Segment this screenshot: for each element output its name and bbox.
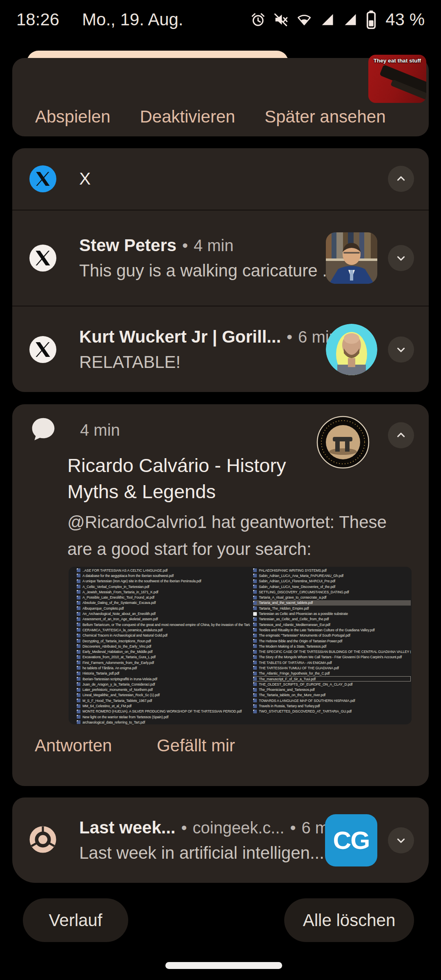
file-name: Sabin_Adrian_LUCA_Ana_Maria_PAPUREANU_Gh… (259, 574, 343, 578)
file-name: The enigmatic "Tartessian" Monuments of … (259, 633, 350, 637)
notification-body: RELATABLE! (79, 352, 318, 372)
file-row: Textiles and Rituality in the Late Tarte… (253, 627, 411, 633)
file-name: he tablets of Tărtăria. An enigma.pdf (82, 666, 137, 670)
file-row: The Modern Making of a State, Tartessos.… (253, 644, 411, 649)
file-row: Tartessian_as_Celtic_and_Celtic_from_the… (253, 617, 411, 622)
file-row: Lineal_Megalithic_and_Tartessian_Rock_Sc… (77, 693, 250, 698)
reply-button[interactable]: Antworten (35, 736, 112, 755)
chat-bubble-icon (29, 416, 57, 444)
file-name: A database for the aegyptiaca from the I… (82, 574, 174, 578)
file-name: Historia_Tartaria_pdf.pdf (82, 671, 119, 675)
watch-later-button[interactable]: Später ansehen (265, 107, 386, 127)
file-icon (253, 682, 257, 686)
file-row: A_Possible_Late_Eneolithic_Tool_Found_at… (77, 595, 250, 600)
home-indicator[interactable] (165, 962, 282, 969)
file-row: MONTE ROMERO (HUELVA). A SILVER PRODUCIN… (77, 709, 250, 714)
chevron-down-icon[interactable] (388, 827, 414, 853)
file-icon (253, 661, 257, 664)
file-icon (253, 596, 257, 599)
file-name: The_Phoenicians_and_Tartessos.pdf (259, 688, 315, 692)
file-icon (77, 688, 80, 692)
file-icon (253, 644, 257, 648)
notification-content: Last week... • coingeek.c... • 6 min Las… (79, 818, 317, 863)
notification-source: coingeek.c... (193, 819, 285, 837)
file-name: A_Celtic_Verbal_Complex_in_Tartessian.pd… (82, 585, 149, 589)
file-row: Excavations_from_2010_at_Tartaria_Gura_L… (77, 655, 250, 660)
avatar (326, 324, 377, 375)
notification-time: 4 min (80, 421, 120, 439)
avatar (326, 232, 377, 284)
file-icon (253, 585, 257, 588)
file-icon (253, 655, 257, 659)
file-row: Decrypting_of_Tartaria_inscriptions_Roun… (77, 638, 250, 644)
file-row: Later_prehistoric_monuments_of_Northern.… (77, 687, 250, 693)
play-button[interactable]: Abspielen (35, 107, 110, 127)
notification-chrome-coingeek[interactable]: Last week... • coingeek.c... • 6 min Las… (12, 797, 429, 883)
file-row: TWO_STATUETTES_DISCOVERED_AT_TARTARIA_GU… (253, 709, 411, 714)
notification-stew-peters[interactable]: Stew Peters • 4 min This guy is a walkin… (12, 211, 429, 305)
x-group-header[interactable]: X (12, 148, 429, 209)
file-name: The_Tartaria_tablets_on_the_Mure_river.p… (259, 693, 325, 697)
file-icon (253, 623, 257, 626)
file-icon (253, 677, 257, 681)
file-name: An_Archaeological_Note_about_an_Eneolith… (82, 612, 156, 616)
file-icon (253, 606, 257, 610)
x-app-icon (29, 336, 56, 363)
file-row: Sabin_Adrian_LUCA_Ana_Maria_PAPUREANU_Gh… (253, 573, 411, 578)
file-row: Tartessos_and_Atlantic_Mediterranean_Eur… (253, 622, 411, 627)
file-row: PALAEOHISPANIC WRITING SYSTEMS.pdf (253, 568, 411, 573)
file-name: Early_Medieval_Habitation_on_the_Middle.… (82, 650, 152, 654)
notification-title: Ricardo Calvário - History Myths & Legen… (67, 452, 329, 505)
file-row: M_S_F_Hood_The_Tartaria_Tablets_1967.pdf (77, 698, 250, 703)
file-name: A_Jewish_Messiah_From_Tartaria_in_1671_K… (82, 590, 158, 594)
video-thumbnail[interactable]: They eat that stuff (368, 55, 426, 103)
file-icon (77, 693, 80, 697)
file-row: A_Jewish_Messiah_From_Tartaria_in_1671_K… (77, 589, 250, 595)
file-row: THE TABLETS OF TARTÀRIA - AN ENIGMA.pdf (253, 660, 411, 665)
file-icon (77, 644, 80, 648)
file-row: Iberian-Tartessian scriptsgraffiti in Ir… (77, 676, 250, 682)
file-name: The Hebrew Bible and the Origin of Tarta… (259, 639, 342, 643)
notification-shade: 18:26 Mo., 19. Aug. 43 % (0, 0, 441, 980)
file-name: Tartaria_and_the_sacret_tablets.pdf (259, 601, 313, 605)
chevron-down-icon[interactable] (388, 336, 414, 363)
file-row: MM_64_Celestino_et_al_FM.pdf (77, 703, 250, 708)
media-notification-card[interactable]: They eat that stuff Abspielen Deaktivier… (12, 58, 429, 136)
file-row: A unique Tartessian (Iron Age) site in t… (77, 579, 250, 584)
file-row: he tablets of Tărtăria. An enigma.pdf (77, 665, 250, 670)
file-icon (253, 574, 257, 577)
file-icon (77, 710, 80, 713)
clear-all-button[interactable]: Alle löschen (284, 898, 414, 942)
file-name: ..ASE FOR TARTESSIAN AS A CELTIC LANGUAG… (82, 568, 167, 572)
file-name: The Story of the Mongols Whom We Call Ta… (259, 655, 402, 659)
notification-body: @RicardoCalvrio1 hat geantwortet: These … (67, 509, 394, 563)
like-button[interactable]: Gefällt mir (157, 736, 235, 755)
chevron-down-icon[interactable] (388, 245, 414, 271)
coingeek-logo: CG (325, 814, 377, 866)
chevron-up-icon[interactable] (388, 422, 414, 448)
file-name: Iberian-Tartessian scriptsgraffiti in Ir… (82, 677, 157, 681)
file-name: MM_64_Celestino_et_al_FM.pdf (82, 704, 131, 708)
file-name: THE TARTESSIAN TUMULI OF THE GUADIANA.pd… (259, 666, 339, 670)
chevron-up-icon[interactable] (388, 166, 414, 192)
deactivate-button[interactable]: Deaktivieren (140, 107, 235, 127)
file-name: New light on the warrior stelae from Tar… (82, 715, 168, 719)
file-icon (77, 606, 80, 610)
notification-ricardo-expanded[interactable]: 4 min Ricardo Calvário - History Myths &… (12, 404, 429, 786)
file-icon (253, 688, 257, 692)
attached-screenshot[interactable]: ..ASE FOR TARTESSIAN AS A CELTIC LANGUAG… (69, 567, 412, 724)
history-button[interactable]: Verlauf (23, 898, 128, 942)
status-bar: 18:26 Mo., 19. Aug. 43 % (0, 0, 441, 39)
notification-kurt-wuckert[interactable]: Kurt Wuckert Jr | Gorill... • 6 min RELA… (12, 307, 429, 392)
file-icon (77, 661, 80, 664)
file-name: First_Farmers_Adornments_from_the_Early.… (82, 661, 154, 665)
file-name: Juan_de_Aragon_y_la_Tartaria_Consideraci… (82, 682, 155, 686)
x-app-icon (29, 245, 56, 272)
file-name: Tartessos_and_Atlantic_Mediterranean_Eur… (259, 623, 330, 627)
file-icon (77, 634, 80, 637)
file-icon (77, 666, 80, 670)
status-time: 18:26 (16, 10, 59, 29)
file-name: TWO_STATUETTES_DISCOVERED_AT_TARTARIA_GU… (259, 709, 352, 713)
file-icon (77, 699, 80, 702)
file-row: THE SPECIFIC CASE OF THE TARTESSIAN BUIL… (253, 649, 411, 654)
